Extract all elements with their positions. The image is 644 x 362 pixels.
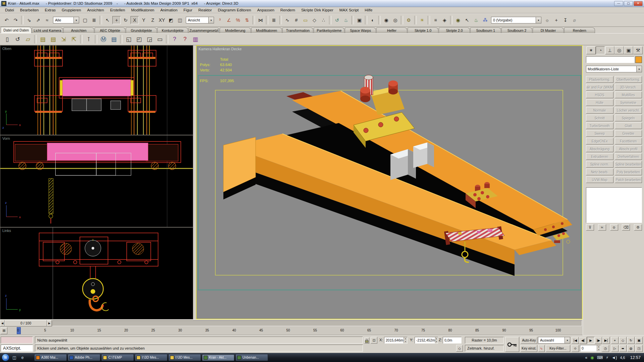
time-tag-field[interactable]: Zeitmark. hinzuf. [465, 345, 504, 352]
quick-launch-icon[interactable]: ◫ [11, 355, 17, 361]
modifier-button-edgechex[interactable]: EdgeChEx [586, 138, 613, 144]
snapshot-icon[interactable]: ◫ [176, 16, 184, 24]
auto-key-button[interactable]: Auto-Key [521, 337, 537, 344]
zoom-extents-icon[interactable]: ⌖ [611, 337, 619, 344]
material-explorer-icon[interactable]: ◎ [391, 16, 399, 24]
render-preset-teapot-icon[interactable]: ♨ [472, 16, 480, 24]
render-scene-icon[interactable]: ♨ [342, 16, 350, 24]
task-c-temp[interactable]: C:\TEMP [101, 354, 134, 361]
set-keys-button[interactable] [505, 337, 519, 352]
tab-modellierung[interactable]: Modellierung [220, 27, 251, 33]
axis-x-icon[interactable]: X [130, 16, 139, 24]
orbit-icon[interactable]: ◍ [627, 345, 635, 352]
preset-colors-icon[interactable]: ⁂ [481, 16, 489, 24]
tab-di-master[interactable]: DI Master [533, 27, 564, 33]
merge-icon[interactable]: ◲ [145, 35, 154, 44]
goto-start-button[interactable]: |◀ [572, 337, 579, 344]
zoom-mode-icon[interactable]: ▷ [611, 345, 619, 352]
select-preset-cursor-icon[interactable]: ↖ [463, 16, 471, 24]
tutorials-icon[interactable]: ? [180, 35, 190, 44]
menu-erstellen[interactable]: Erstellen [107, 7, 128, 13]
modifier-button-symmetrie[interactable]: Symmetrie [615, 99, 642, 106]
menu-diagramm-editoren[interactable]: Diagramm Editoren [215, 7, 254, 13]
menu-skripte-dirk-kipper[interactable]: Skripte Dirk Kipper [298, 7, 336, 13]
usb-tray-icon[interactable]: ⚡ [606, 355, 608, 360]
select-object-icon[interactable]: ↖ [103, 16, 112, 24]
track-bar[interactable]: ⊞ 05101520253035404550556065707580859095… [0, 326, 583, 335]
render-setup-icon[interactable]: ⚙ [405, 16, 413, 24]
task-3d-mes-1[interactable]: I:\3D Mes... [135, 354, 167, 361]
render-last-icon[interactable]: ↺ [333, 16, 341, 24]
tab-soulbourn-2[interactable]: Soulbourn 2 [501, 27, 532, 33]
show-safe-frame-icon[interactable]: ◈ [440, 16, 449, 24]
tab-aec-objekte[interactable]: AEC Objekte [95, 27, 125, 33]
file-notes-icon[interactable]: ▤ [109, 35, 119, 44]
schematic-view-icon[interactable]: # [292, 16, 301, 24]
modifier-button-abschrägung[interactable]: Abschrägung [586, 145, 613, 152]
clock[interactable]: 12:57 [630, 355, 641, 360]
set-key-button[interactable]: Key einst. [521, 345, 537, 352]
select-and-rotate-icon[interactable]: ↻ [121, 16, 130, 24]
unlink-selection-icon[interactable]: ⇗ [34, 16, 42, 24]
tab-grundobjekte[interactable]: Grundobjekte [126, 27, 157, 33]
selection-filter-dropdown[interactable]: Alle▼ [53, 17, 79, 23]
show-end-result-icon[interactable]: ≍ [598, 224, 606, 231]
create-tab[interactable]: ✶ [586, 46, 596, 54]
environment-icon[interactable]: ◐ [369, 16, 377, 24]
z-coordinate-field[interactable]: 0,0m [443, 337, 462, 344]
title-bar[interactable]: M Kran - Aktuell.max - Projektordner: D:… [0, 0, 644, 7]
select-and-manipulate-icon[interactable]: ◩ [167, 16, 175, 24]
hold-icon[interactable]: ⇲ [59, 35, 68, 44]
previous-frame-button[interactable]: ◀| [579, 337, 587, 344]
viewport-top[interactable]: yxz Oben [0, 45, 193, 135]
axis-xy-icon[interactable]: XY [158, 16, 166, 24]
curve-icon[interactable]: ∿ [538, 345, 545, 352]
task-kran[interactable]: Kran - Akt... [202, 354, 234, 361]
viewport-front[interactable]: zx Vorn [0, 135, 193, 227]
previous-frame-arrow[interactable]: ◀ [0, 320, 5, 326]
help-icon[interactable]: ? [170, 35, 179, 44]
curve-editor-icon[interactable]: ∿ [283, 16, 291, 24]
make-unique-icon[interactable]: ≎ [610, 224, 618, 231]
menu-gruppieren[interactable]: Gruppieren [59, 7, 84, 13]
key-mode-toggle-icon[interactable]: ⟐ [572, 345, 579, 352]
tray-expand-icon[interactable]: « [585, 355, 588, 360]
pin-stack-icon[interactable]: ⊽ [586, 224, 594, 231]
goto-end-button[interactable]: ▶| [602, 337, 610, 344]
maxscript-mini-listener[interactable] [1, 337, 33, 344]
percent-snap-icon[interactable]: % [234, 16, 242, 24]
zoom-extents-all-icon[interactable]: ◇ [619, 337, 627, 344]
modifier-button-hülle[interactable]: Hülle [586, 99, 613, 106]
motion-tab[interactable]: ◎ [614, 46, 624, 54]
menu-hilfe[interactable]: Hilfe [362, 7, 375, 13]
selection-lock-icon[interactable] [364, 338, 369, 344]
current-frame-field[interactable]: 0▲▼ [580, 345, 601, 352]
absolute-mode-icon[interactable]: ⊡ [371, 337, 377, 344]
task-adobe-photoshop[interactable]: Adobe Ph... [68, 354, 100, 361]
utilities-tab[interactable]: ⚒ [633, 46, 643, 54]
object-name-field[interactable] [586, 56, 634, 63]
tab-konturobjekte[interactable]: Konturobjekte [157, 27, 188, 33]
modifier-button-spline-bearbeiten[interactable]: Spline bearbeiten [615, 161, 642, 168]
modifier-button-extrudieren[interactable]: Extrudieren [586, 153, 613, 160]
tab-zusammengesetzt[interactable]: Zusammengesetzt [189, 27, 219, 33]
quick-launch-browser-icon[interactable]: e [19, 355, 25, 361]
viewport-front-label[interactable]: Vorn [2, 136, 10, 140]
close-button[interactable]: ✕ [634, 1, 643, 6]
batch-render-icon[interactable]: ≡ [431, 16, 440, 24]
tab-soulbourn-1[interactable]: Soulbourn 1 [470, 27, 501, 33]
modifier-button-drehverfahren[interactable]: Drehverfahren [615, 153, 642, 160]
save-as-icon[interactable]: ▤ [48, 35, 58, 44]
time-slider-handle[interactable]: 0 / 100 [5, 320, 47, 326]
layer-manager-icon[interactable]: ≣ [270, 16, 278, 24]
viewport-top-label[interactable]: Oben [2, 47, 11, 51]
xref-scene-icon[interactable]: ◰ [134, 35, 144, 44]
display-tab[interactable]: ▣ [624, 46, 633, 54]
spinner[interactable]: ▲▼ [435, 337, 438, 343]
modifier-button-spiegeln[interactable]: Spiegeln [615, 115, 642, 121]
modifier-button-schnitt[interactable]: Schnitt [586, 115, 613, 121]
modifier-button-löcher-verschl[interactable]: Löcher verschl. [615, 107, 642, 114]
state-sets-dropdown[interactable]: 0 (Vorgabe)▼ [491, 17, 541, 23]
bind-to-space-warp-icon[interactable]: ≈ [43, 16, 51, 24]
region-zoom-icon[interactable]: ◳ [635, 345, 643, 352]
